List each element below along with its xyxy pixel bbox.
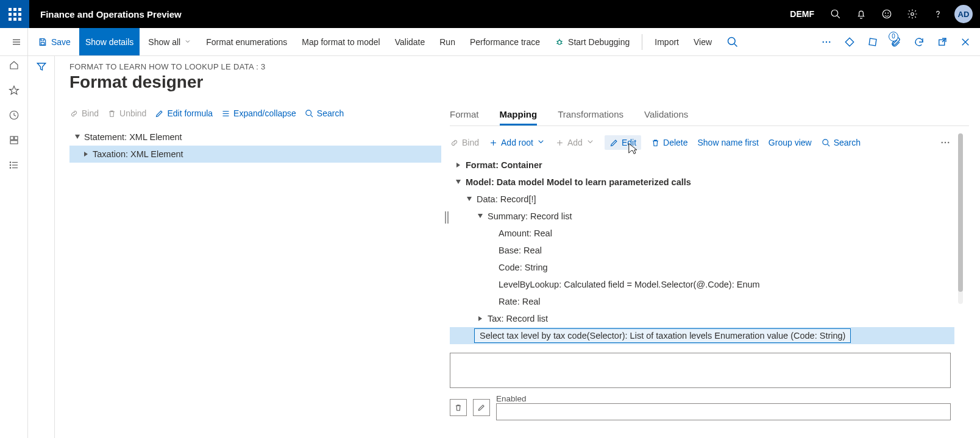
mapping-tree[interactable]: Format: Container Model: Data model Mode… [450, 157, 969, 345]
modules-button[interactable] [9, 160, 20, 172]
tree-node-selected-selector[interactable]: Select tax level by tax code(Selector): … [450, 327, 954, 344]
favorites-button[interactable] [9, 85, 20, 97]
edit-formula-button[interactable]: Edit formula [155, 108, 213, 118]
close-button[interactable] [954, 28, 976, 56]
tree-node-summary[interactable]: Summary: Record list [450, 208, 954, 225]
tree-node-tax[interactable]: Tax: Record list [450, 310, 954, 327]
formula-box[interactable] [450, 353, 951, 388]
tree-node-label: Statement: XML Element [84, 132, 182, 142]
attachments-button[interactable]: 0 [885, 28, 907, 56]
open-new-button[interactable] [931, 28, 953, 56]
left-bind-button[interactable]: Bind [69, 108, 99, 118]
tree-node-rate[interactable]: Rate: Real [450, 293, 954, 310]
mapping-panel: Format Mapping Transformations Validatio… [450, 102, 969, 429]
delete-button[interactable]: Delete [651, 138, 687, 147]
help-button[interactable] [925, 0, 951, 28]
right-bind-label: Bind [462, 138, 479, 147]
refresh-button[interactable] [908, 28, 930, 56]
add-root-button[interactable]: Add root [489, 137, 545, 148]
search-button[interactable] [823, 0, 848, 28]
svg-rect-32 [14, 136, 17, 140]
left-unbind-button[interactable]: Unbind [107, 108, 146, 118]
expand-toggle[interactable] [453, 177, 463, 187]
expand-toggle[interactable] [73, 133, 82, 141]
show-all-button[interactable]: Show all [142, 28, 197, 55]
tree-node-levelbylookup[interactable]: LevelByLookup: Calculated field = Model.… [450, 276, 954, 293]
format-enumerations-button[interactable]: Format enumerations [200, 28, 293, 55]
expand-collapse-button[interactable]: Expand/collapse [221, 108, 296, 118]
filter-pane-toggle[interactable] [28, 56, 55, 438]
tab-format[interactable]: Format [450, 109, 479, 125]
svg-line-14 [556, 41, 558, 41]
app-launcher-button[interactable] [0, 0, 29, 28]
map-format-to-model-button[interactable]: Map format to model [296, 28, 386, 55]
format-tree[interactable]: Statement: XML Element Taxation: XML Ele… [69, 129, 441, 163]
edit-button[interactable]: Edit [605, 135, 641, 150]
enabled-delete-button[interactable] [450, 399, 467, 416]
svg-line-19 [734, 43, 737, 46]
tree-node-format-container[interactable]: Format: Container [450, 157, 954, 174]
tree-node-model[interactable]: Model: Data model Model to learn paramet… [450, 174, 954, 191]
tree-node-taxation[interactable]: Taxation: XML Element [69, 146, 441, 163]
right-bind-button[interactable]: Bind [450, 138, 479, 147]
tree-node-base[interactable]: Base: Real [450, 242, 954, 259]
vertical-scrollbar[interactable] [958, 133, 963, 304]
enabled-edit-button[interactable] [473, 399, 490, 416]
show-details-button[interactable]: Show details [79, 28, 140, 55]
svg-point-21 [826, 41, 827, 42]
tree-node-label: Taxation: XML Element [93, 149, 183, 159]
scroll-thumb[interactable] [958, 133, 963, 292]
page-search-button[interactable] [720, 28, 745, 55]
chevron-down-icon [184, 37, 191, 47]
run-button[interactable]: Run [433, 28, 461, 55]
company-code[interactable]: DEMF [790, 9, 814, 19]
user-avatar[interactable]: AD [954, 5, 973, 23]
validate-button[interactable]: Validate [389, 28, 431, 55]
trash-icon [651, 138, 660, 147]
expand-toggle[interactable] [475, 314, 485, 323]
svg-point-18 [728, 37, 736, 44]
tab-mapping[interactable]: Mapping [500, 109, 538, 125]
tree-node-code[interactable]: Code: String [450, 259, 954, 276]
diamond-button[interactable] [839, 28, 861, 56]
svg-marker-47 [84, 152, 88, 157]
home-button[interactable] [9, 60, 20, 72]
splitter-handle[interactable] [445, 211, 449, 224]
recent-button[interactable] [9, 110, 20, 122]
tree-node-statement[interactable]: Statement: XML Element [69, 129, 441, 146]
add-button[interactable]: Add [555, 137, 595, 148]
show-details-label: Show details [85, 37, 133, 47]
tab-transformations[interactable]: Transformations [558, 109, 623, 125]
show-name-first-button[interactable]: Show name first [697, 138, 758, 147]
svg-point-54 [942, 142, 943, 143]
view-button[interactable]: View [687, 28, 718, 55]
svg-point-55 [945, 142, 946, 143]
right-more-button[interactable] [940, 137, 951, 148]
import-button[interactable]: Import [648, 28, 685, 55]
settings-button[interactable] [900, 0, 925, 28]
start-debugging-button[interactable]: Start Debugging [549, 28, 636, 55]
tree-node-amount[interactable]: Amount: Real [450, 225, 954, 242]
pencil-icon [609, 138, 619, 147]
enabled-input[interactable] [496, 403, 951, 420]
tree-node-data[interactable]: Data: Record[!] [450, 191, 954, 208]
expand-toggle[interactable] [475, 211, 485, 221]
right-search-button[interactable]: Search [822, 138, 861, 147]
box-button[interactable] [862, 28, 884, 56]
svg-line-17 [561, 43, 563, 44]
expand-toggle[interactable] [453, 160, 463, 170]
tab-validations[interactable]: Validations [644, 109, 688, 125]
expand-toggle[interactable] [464, 194, 474, 204]
svg-point-0 [831, 10, 838, 16]
notifications-button[interactable] [848, 0, 874, 28]
save-button[interactable]: Save [32, 28, 77, 55]
workspaces-button[interactable] [9, 135, 20, 147]
smiley-button[interactable] [874, 0, 900, 28]
start-debug-label: Start Debugging [568, 37, 630, 47]
show-all-label: Show all [148, 37, 180, 47]
expand-toggle[interactable] [82, 150, 90, 158]
left-search-button[interactable]: Search [305, 108, 344, 118]
more-commands-button[interactable] [815, 28, 837, 56]
group-view-button[interactable]: Group view [769, 138, 812, 147]
performance-trace-button[interactable]: Performance trace [464, 28, 546, 55]
